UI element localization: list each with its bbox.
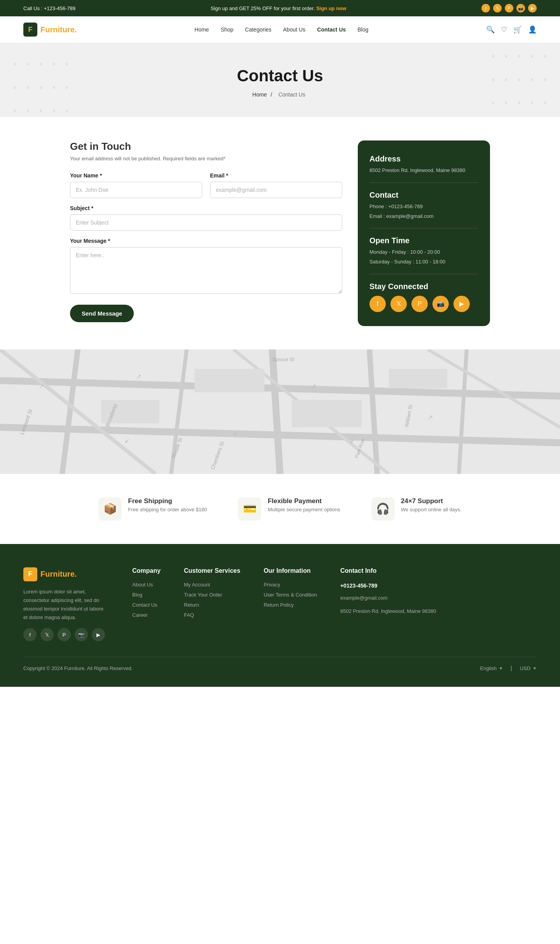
svg-text:↗: ↗ (311, 383, 316, 390)
footer-link-returnpolicy[interactable]: Return Policy (264, 602, 294, 608)
nav-blog[interactable]: Blog (357, 26, 368, 33)
footer-col-services: Customer Services My Account Track Your … (184, 567, 240, 641)
email-label: Email * (210, 172, 342, 179)
opentime-title: Open Time (369, 236, 478, 245)
top-instagram-icon[interactable]: 📷 (516, 4, 525, 12)
top-pinterest-icon[interactable]: P (505, 4, 513, 12)
instagram-icon[interactable]: 📷 (432, 296, 449, 312)
footer-contactinfo-heading: Contact Info (340, 567, 436, 574)
contact-form-wrapper: Get in Touch Your email address will not… (70, 140, 342, 326)
call-text: Call Us : +123-456-789 (23, 5, 75, 11)
footer-link-privacy[interactable]: Privacy (264, 582, 280, 588)
email-input[interactable] (210, 182, 342, 198)
language-selector[interactable]: English ▼ (480, 665, 503, 671)
hero-section: · · · · ·· · · · ·· · · · · Contact Us H… (0, 43, 560, 117)
footer-instagram-icon[interactable]: 📷 (75, 628, 88, 641)
footer-link-terms[interactable]: User Terms & Condition (264, 592, 317, 598)
top-twitter-icon[interactable]: 𝕏 (493, 4, 502, 12)
header: F Furniture. Home Shop Categories About … (0, 16, 560, 43)
footer-info-heading: Our Information (264, 567, 317, 574)
currency-label: USD (520, 665, 530, 671)
footer-link-return[interactable]: Return (184, 602, 199, 608)
footer-services-heading: Customer Services (184, 567, 240, 574)
contact-title: Contact (369, 191, 478, 200)
subject-input[interactable] (70, 214, 342, 231)
nav-categories[interactable]: Categories (245, 26, 271, 33)
payment-text: Flexible Payment Multiple secure payment… (268, 497, 340, 512)
divider-3 (369, 274, 478, 274)
footer-facebook-icon[interactable]: f (23, 628, 37, 641)
info-card: Address 8502 Preston Rd. Inglewood, Main… (358, 140, 490, 326)
contact-email: Email : example@gmail.com (369, 212, 478, 221)
separator: | (511, 665, 512, 671)
top-facebook-icon[interactable]: f (481, 4, 490, 12)
name-group: Your Name * (70, 172, 202, 198)
shipping-text: Free Shipping Free shipping for order ab… (128, 497, 207, 512)
search-icon[interactable]: 🔍 (486, 25, 495, 34)
svg-text:↗: ↗ (136, 373, 141, 380)
cart-icon[interactable]: 🛒 (513, 25, 522, 34)
nav-contact[interactable]: Contact Us (317, 26, 346, 33)
address-title: Address (369, 154, 478, 163)
footer-link-contact[interactable]: Contact Us (132, 602, 157, 608)
footer-link-about[interactable]: About Us (132, 582, 153, 588)
divider-1 (369, 182, 478, 183)
svg-text:↙: ↙ (233, 430, 238, 436)
main-nav: Home Shop Categories About Us Contact Us… (194, 26, 368, 33)
payment-desc: Multiple secure payment options (268, 507, 340, 512)
footer-pinterest-icon[interactable]: P (58, 628, 71, 641)
footer-col-info: Our Information Privacy User Terms & Con… (264, 567, 317, 641)
form-heading: Get in Touch (70, 140, 342, 153)
address-text: 8502 Preston Rd. Inglewood, Maine 98380 (369, 167, 478, 175)
payment-title: Flexible Payment (268, 497, 340, 505)
footer-phone: +0123-456-789 (340, 581, 436, 591)
breadcrumb-home[interactable]: Home (252, 91, 267, 98)
footer-info-links: Privacy User Terms & Condition Return Po… (264, 581, 317, 608)
weekend-hours: Saturday - Sunday : 11:00 - 18:00 (369, 258, 478, 266)
user-icon[interactable]: 👤 (528, 25, 537, 34)
currency-selector[interactable]: USD ▼ (520, 665, 537, 671)
pinterest-icon[interactable]: P (411, 296, 428, 312)
youtube-icon[interactable]: ▶ (453, 296, 470, 312)
footer-link-career[interactable]: Career (132, 612, 148, 618)
logo: F Furniture. (23, 23, 77, 37)
top-social-icons: f 𝕏 P 📷 ▶ (481, 4, 537, 12)
form-subtext: Your email address will not be published… (70, 156, 342, 161)
footer-brand-desc: Lorem ipsum dolor sit amet, consectetur … (23, 588, 109, 622)
footer-link-track[interactable]: Track Your Order (184, 592, 222, 598)
nav-home[interactable]: Home (194, 26, 209, 33)
svg-text:↗: ↗ (39, 383, 44, 390)
wishlist-icon[interactable]: ♡ (501, 25, 507, 34)
social-title: Stay Connected (369, 282, 478, 291)
top-bar: Call Us : +123-456-789 Sign up and GET 2… (0, 0, 560, 16)
footer: F Furniture. Lorem ipsum dolor sit amet,… (0, 544, 560, 687)
nav-shop[interactable]: Shop (220, 26, 233, 33)
twitter-icon[interactable]: 𝕏 (390, 296, 407, 312)
nav-about[interactable]: About Us (283, 26, 306, 33)
footer-twitter-icon[interactable]: 𝕏 (40, 628, 54, 641)
social-icons-row: f 𝕏 P 📷 ▶ (369, 296, 478, 312)
footer-services-links: My Account Track Your Order Return FAQ (184, 581, 240, 618)
send-button[interactable]: Send Message (70, 305, 134, 322)
footer-link-faq[interactable]: FAQ (184, 612, 194, 618)
footer-youtube-icon[interactable]: ▶ (92, 628, 105, 641)
top-youtube-icon[interactable]: ▶ (528, 4, 537, 12)
name-input[interactable] (70, 182, 202, 198)
weekdays-hours: Monday - Friday : 10:00 - 20:00 (369, 248, 478, 256)
footer-bottom-right: English ▼ | USD ▼ (480, 665, 537, 671)
footer-link-blog[interactable]: Blog (132, 592, 142, 598)
language-chevron: ▼ (499, 666, 503, 670)
feature-payment: 💳 Flexible Payment Multiple secure payme… (238, 497, 340, 521)
copyright-text: Copyright © 2024 Furniture. All Rights R… (23, 665, 133, 671)
message-textarea[interactable] (70, 247, 342, 294)
svg-text:↙: ↙ (124, 437, 130, 444)
email-group: Email * (210, 172, 342, 198)
facebook-icon[interactable]: f (369, 296, 386, 312)
footer-link-myaccount[interactable]: My Account (184, 582, 210, 588)
support-desc: We support online all days. (401, 507, 462, 512)
footer-logo: F Furniture. (23, 567, 109, 581)
promo-text: Sign up and GET 25% OFF for your first o… (75, 5, 481, 11)
support-text: 24×7 Support We support online all days. (401, 497, 462, 512)
subject-label: Subject * (70, 205, 342, 211)
signup-link[interactable]: Sign up now (316, 5, 346, 11)
